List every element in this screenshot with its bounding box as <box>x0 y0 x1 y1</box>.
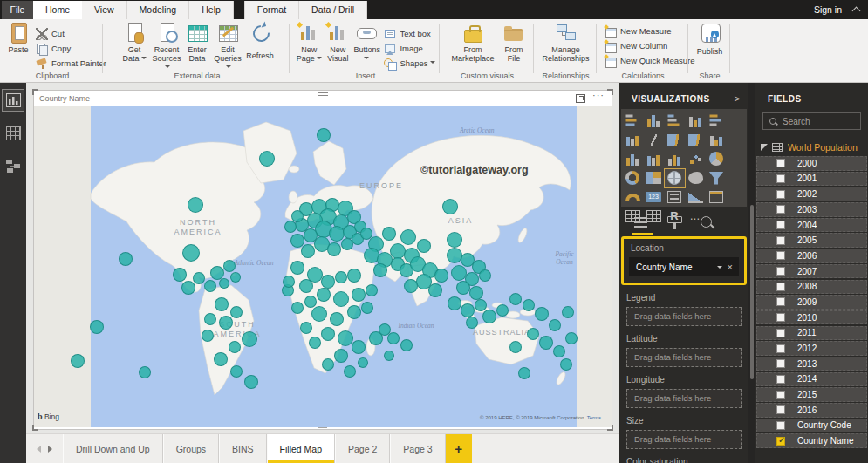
map-bubble[interactable] <box>417 239 431 253</box>
field-row-2013[interactable]: 2013 <box>756 357 867 371</box>
field-row-2003[interactable]: 2003 <box>756 202 867 217</box>
table-header-row[interactable]: World Population <box>761 142 868 153</box>
page-tab-filled-map[interactable]: Filled Map <box>267 434 335 463</box>
visual-type-100-stacked-column[interactable] <box>623 131 643 149</box>
map-bubble[interactable] <box>560 358 572 371</box>
map-bubble[interactable] <box>139 366 151 378</box>
map-bubble[interactable] <box>518 367 530 379</box>
visual-type-multi-row-card[interactable] <box>665 188 685 207</box>
map-bubble[interactable] <box>338 330 353 346</box>
visual-type-kpi[interactable] <box>686 188 706 207</box>
buttons-button[interactable]: Buttons <box>353 22 379 69</box>
field-checkbox-country-code[interactable] <box>776 421 785 430</box>
visual-type-donut[interactable] <box>623 169 643 187</box>
field-row-2006[interactable]: 2006 <box>756 249 867 263</box>
field-checkbox-2005[interactable] <box>776 236 785 245</box>
field-row-2014[interactable]: 2014 <box>756 372 867 387</box>
map-bubble[interactable] <box>527 328 539 340</box>
map-bubble[interactable] <box>223 260 236 272</box>
map-bubble[interactable] <box>352 340 366 354</box>
field-checkbox-2010[interactable] <box>776 313 785 322</box>
map-bubble[interactable] <box>400 229 416 245</box>
field-row-country-name[interactable]: Country Name <box>756 433 867 448</box>
map-bubble[interactable] <box>344 365 356 378</box>
visual-type-waterfall[interactable] <box>665 150 685 168</box>
map-bubble[interactable] <box>219 278 229 289</box>
map-bubble[interactable] <box>352 288 366 302</box>
map-bubble[interactable] <box>182 244 200 262</box>
field-checkbox-2014[interactable] <box>776 375 785 384</box>
collapse-ribbon-icon[interactable] <box>852 7 861 16</box>
map-bubble[interactable] <box>549 319 561 331</box>
field-checkbox-2003[interactable] <box>776 205 785 214</box>
field-checkbox-2006[interactable] <box>776 251 785 260</box>
field-row-2016[interactable]: 2016 <box>756 403 867 418</box>
ribbon-tab-home[interactable]: Home <box>33 1 82 19</box>
map-bubble[interactable] <box>428 283 442 297</box>
collapse-panel-icon[interactable]: > <box>735 93 740 104</box>
chevron-down-icon[interactable] <box>717 266 722 271</box>
copy-button[interactable]: Copy <box>36 43 106 54</box>
map-bubble[interactable] <box>219 316 233 330</box>
map-bubble[interactable] <box>384 351 394 361</box>
visual-type-funnel[interactable] <box>707 169 727 187</box>
map-bubble[interactable] <box>202 330 214 342</box>
map-bubble[interactable] <box>311 306 327 322</box>
page-tab-bins[interactable]: BINS <box>219 434 267 463</box>
refresh-button[interactable]: Refresh <box>245 22 275 71</box>
model-view-button[interactable] <box>3 156 24 177</box>
visual-type-stacked-column[interactable] <box>644 112 664 130</box>
report-view-button[interactable] <box>3 90 24 111</box>
field-checkbox-2013[interactable] <box>776 359 785 368</box>
map-bubble[interactable] <box>214 352 228 366</box>
longitude-dropzone[interactable]: Drag data fields here <box>626 389 742 408</box>
map-visual[interactable]: Country Name ··· <box>33 90 612 430</box>
map-bubble[interactable] <box>456 281 470 295</box>
visual-type-scatter[interactable] <box>686 150 706 168</box>
map-bubble[interactable] <box>475 299 487 311</box>
shapes-button[interactable]: Shapes <box>384 58 434 69</box>
map-bubble[interactable] <box>361 302 373 314</box>
map-bubble[interactable] <box>181 281 195 295</box>
map-bubble[interactable] <box>290 261 304 275</box>
field-row-2012[interactable]: 2012 <box>756 341 867 356</box>
search-input[interactable]: Search <box>762 112 861 130</box>
visual-type-gauge[interactable] <box>623 188 643 207</box>
map-bubble[interactable] <box>482 310 496 323</box>
map-bubble[interactable] <box>304 296 317 308</box>
field-row-2008[interactable]: 2008 <box>756 280 867 295</box>
visual-type-stacked-bar[interactable] <box>623 112 643 130</box>
publish-button[interactable]: Publish <box>695 22 725 56</box>
map-bubble[interactable] <box>230 272 241 283</box>
map-bubble[interactable] <box>523 299 535 311</box>
field-row-2011[interactable]: 2011 <box>756 326 867 341</box>
field-row-2010[interactable]: 2010 <box>756 310 867 325</box>
field-checkbox-2009[interactable] <box>776 297 785 306</box>
field-row-2015[interactable]: 2015 <box>756 387 867 402</box>
prev-page-arrow[interactable] <box>33 446 41 453</box>
field-checkbox-2015[interactable] <box>776 391 785 399</box>
ribbon-tab-modeling[interactable]: Modeling <box>127 1 190 19</box>
field-checkbox-2002[interactable] <box>776 190 785 199</box>
focus-mode-icon[interactable] <box>576 94 585 103</box>
map-bubble[interactable] <box>335 271 347 283</box>
visual-drag-handle[interactable] <box>318 92 328 96</box>
field-checkbox-2004[interactable] <box>776 221 785 229</box>
new-visual-button[interactable]: New Visual <box>325 22 351 69</box>
field-row-2002[interactable]: 2002 <box>756 187 867 201</box>
map-bubble[interactable] <box>466 317 478 329</box>
field-row-2001[interactable]: 2001 <box>756 172 867 187</box>
map-bubble[interactable] <box>300 322 312 334</box>
map-bubble[interactable] <box>562 306 574 318</box>
add-page-button[interactable]: + <box>446 434 472 463</box>
format-tab[interactable] <box>666 216 684 230</box>
text-box-button[interactable]: Text box <box>384 28 434 39</box>
map-bubble[interactable] <box>442 199 458 214</box>
field-checkbox-2008[interactable] <box>776 283 785 291</box>
ribbon-tab-data-drill[interactable]: Data / Drill <box>299 1 367 19</box>
map-bubble[interactable] <box>229 341 241 353</box>
map-bubble[interactable] <box>404 279 418 293</box>
map-bubble[interactable] <box>434 269 448 283</box>
visual-type-clustered-column[interactable] <box>686 112 706 130</box>
map-bubble[interactable] <box>204 313 216 325</box>
